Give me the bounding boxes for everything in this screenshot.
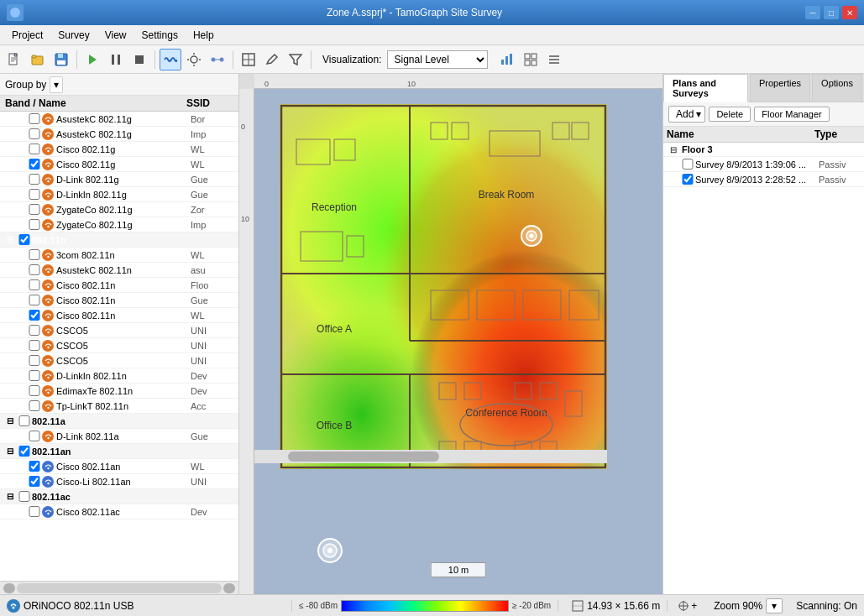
grid-button[interactable] (520, 49, 542, 70)
network-row[interactable]: Tp-LinkT 802.11n Acc (0, 399, 238, 414)
menu-item-survey[interactable]: Survey (51, 28, 96, 43)
network-row[interactable]: ZygateCo 802.11g Imp (0, 217, 238, 232)
network-row[interactable]: Cisco 802.11n Gue (0, 293, 238, 308)
tab-properties[interactable]: Properties (750, 74, 810, 102)
stop-button[interactable] (128, 49, 150, 70)
network-row[interactable]: ⊟ 802.11ac (0, 489, 238, 504)
network-checkbox[interactable] (29, 174, 40, 185)
pause-button[interactable] (105, 49, 127, 70)
tree-expand-icon[interactable]: ⊟ (670, 145, 682, 154)
survey-checkbox[interactable] (682, 174, 694, 185)
viz-select[interactable]: Signal Level Signal-to-Noise PHY Rate Ba… (387, 50, 488, 69)
network-checkbox[interactable] (29, 385, 40, 396)
surveys-tree[interactable]: ⊟ Floor 3 Survey 8/9/2013 1:39:06 ... Pa… (663, 143, 864, 594)
network-row[interactable]: Cisco 802.11g WL (0, 142, 238, 157)
new-button[interactable] (3, 49, 25, 70)
minimize-button[interactable]: ─ (805, 6, 820, 19)
network-row[interactable]: 3com 802.11n WL (0, 248, 238, 263)
network-checkbox[interactable] (29, 355, 40, 366)
group-checkbox[interactable] (18, 446, 30, 457)
network-checkbox[interactable] (29, 189, 40, 200)
left-scrollbar-h[interactable] (0, 581, 238, 594)
tree-item[interactable]: ⊟ Floor 3 (663, 143, 864, 157)
tools-button[interactable] (183, 49, 205, 70)
network-checkbox[interactable] (29, 204, 40, 215)
network-row[interactable]: D-Link 802.11a Gue (0, 429, 238, 444)
network-row[interactable]: D-LinkIn 802.11n Dev (0, 368, 238, 384)
save-button[interactable] (50, 49, 72, 70)
network-checkbox[interactable] (29, 370, 40, 381)
tab-options[interactable]: Options (812, 74, 862, 102)
network-checkbox[interactable] (29, 219, 40, 230)
network-checkbox[interactable] (29, 431, 40, 441)
group-checkbox[interactable] (18, 234, 30, 245)
connect-button[interactable] (207, 49, 228, 70)
zoom-dropdown-button[interactable]: ▾ (766, 598, 783, 613)
network-checkbox[interactable] (29, 476, 40, 487)
network-row[interactable]: Cisco-Li 802.11an UNI (0, 474, 238, 489)
expand-icon[interactable]: ⊟ (7, 416, 18, 425)
network-row[interactable]: CSCO5 UNI (0, 353, 238, 368)
filter-button[interactable] (285, 49, 306, 70)
map-area[interactable]: Reception Office A Office B Break Room C… (254, 89, 662, 594)
menu-item-settings[interactable]: Settings (135, 28, 185, 43)
network-row[interactable]: D-LinkIn 802.11g Gue (0, 187, 238, 202)
network-row[interactable]: Cisco 802.11n Floo (0, 278, 238, 293)
network-checkbox[interactable] (29, 144, 40, 154)
expand-icon[interactable]: ⊟ (7, 235, 18, 244)
maximize-button[interactable]: □ (824, 6, 839, 19)
menu-item-help[interactable]: Help (186, 28, 221, 43)
network-row[interactable]: Cisco 802.11g WL (0, 157, 238, 172)
network-row[interactable]: D-Link 802.11g Gue (0, 172, 238, 187)
network-table[interactable]: AsustekC 802.11g Bor AsustekC 802.11g Im… (0, 112, 238, 581)
menu-item-view[interactable]: View (98, 28, 134, 43)
network-row[interactable]: CSCO5 UNI (0, 323, 238, 338)
network-row[interactable]: ⊟ 802.11n (0, 232, 238, 248)
network-checkbox[interactable] (29, 295, 40, 305)
network-row[interactable]: AsustekC 802.11n asu (0, 263, 238, 278)
network-checkbox[interactable] (29, 325, 40, 336)
network-checkbox[interactable] (29, 264, 40, 275)
network-checkbox[interactable] (29, 400, 40, 411)
network-row[interactable]: AsustekC 802.11g Imp (0, 127, 238, 142)
network-checkbox[interactable] (29, 340, 40, 351)
network-checkbox[interactable] (29, 506, 40, 517)
map-container[interactable]: 0 10 (239, 89, 662, 594)
network-checkbox[interactable] (29, 128, 40, 139)
network-row[interactable]: CSCO5 UNI (0, 338, 238, 353)
expand-icon[interactable]: ⊟ (7, 446, 18, 456)
floor-manager-button[interactable]: Floor Manager (754, 107, 830, 122)
edit-button[interactable] (261, 49, 283, 70)
network-row[interactable]: Cisco 802.11an WL (0, 459, 238, 474)
network-row[interactable]: ⊟ 802.11an (0, 444, 238, 459)
wave-button[interactable] (160, 49, 181, 70)
network-checkbox[interactable] (29, 461, 40, 472)
play-button[interactable] (81, 49, 103, 70)
network-checkbox[interactable] (29, 249, 40, 260)
delete-button[interactable]: Delete (709, 107, 751, 122)
close-button[interactable]: ✕ (842, 6, 857, 19)
network-row[interactable]: ZygateCo 802.11g Zor (0, 202, 238, 217)
tab-plans-surveys[interactable]: Plans and Surveys (663, 74, 748, 102)
network-row[interactable]: Cisco 802.11n WL (0, 308, 238, 323)
network-checkbox[interactable] (29, 310, 40, 321)
group-by-dropdown[interactable]: ▾ (50, 76, 63, 93)
chart-button[interactable] (496, 49, 518, 70)
tree-item[interactable]: Survey 8/9/2013 2:28:52 ... Passiv (663, 172, 864, 187)
network-row[interactable]: Cisco 802.11ac Dev (0, 504, 238, 519)
list-button[interactable] (543, 49, 565, 70)
network-checkbox[interactable] (29, 113, 40, 124)
menu-item-project[interactable]: Project (5, 28, 50, 43)
network-row[interactable]: ⊟ 802.11a (0, 414, 238, 429)
group-checkbox[interactable] (18, 415, 30, 426)
survey-checkbox[interactable] (682, 159, 694, 170)
tree-item[interactable]: Survey 8/9/2013 1:39:06 ... Passiv (663, 157, 864, 172)
group-checkbox[interactable] (18, 491, 30, 502)
open-button[interactable] (27, 49, 49, 70)
network-checkbox[interactable] (29, 279, 40, 290)
expand-icon[interactable]: ⊟ (7, 492, 18, 501)
floorplan-button[interactable] (238, 49, 259, 70)
network-row[interactable]: AsustekC 802.11g Bor (0, 112, 238, 127)
add-button[interactable]: Add ▾ (668, 106, 705, 123)
network-row[interactable]: EdimaxTe 802.11n Dev (0, 384, 238, 399)
